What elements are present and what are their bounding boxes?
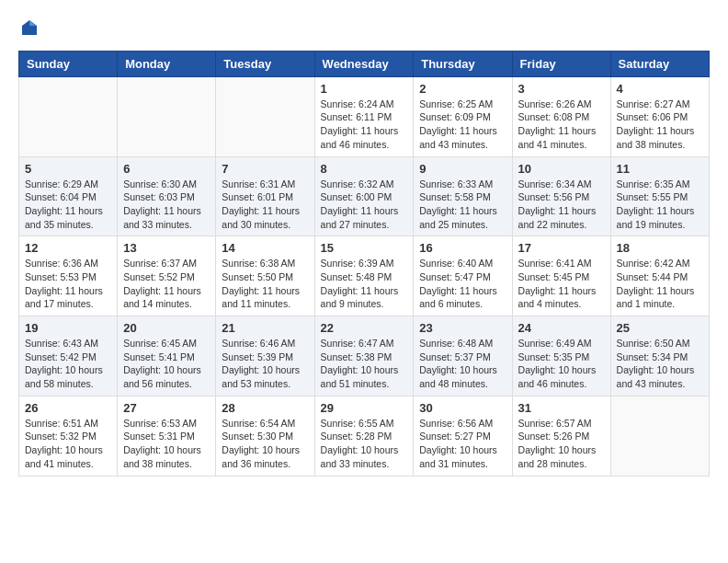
- calendar-cell: 15Sunrise: 6:39 AM Sunset: 5:48 PM Dayli…: [314, 236, 414, 316]
- day-info: Sunrise: 6:32 AM Sunset: 6:00 PM Dayligh…: [321, 178, 408, 232]
- day-info: Sunrise: 6:38 AM Sunset: 5:50 PM Dayligh…: [222, 257, 308, 311]
- calendar-cell: 31Sunrise: 6:57 AM Sunset: 5:26 PM Dayli…: [512, 396, 610, 476]
- day-number: 22: [321, 321, 408, 335]
- day-number: 25: [617, 321, 703, 335]
- calendar-cell: 18Sunrise: 6:42 AM Sunset: 5:44 PM Dayli…: [610, 236, 709, 316]
- day-info: Sunrise: 6:45 AM Sunset: 5:41 PM Dayligh…: [123, 337, 210, 391]
- calendar-cell: 17Sunrise: 6:41 AM Sunset: 5:45 PM Dayli…: [512, 236, 610, 316]
- day-info: Sunrise: 6:57 AM Sunset: 5:26 PM Dayligh…: [518, 417, 605, 471]
- calendar-cell: 7Sunrise: 6:31 AM Sunset: 6:01 PM Daylig…: [216, 156, 314, 236]
- day-info: Sunrise: 6:46 AM Sunset: 5:39 PM Dayligh…: [222, 337, 308, 391]
- day-number: 6: [123, 162, 210, 176]
- day-number: 26: [25, 401, 111, 415]
- day-info: Sunrise: 6:34 AM Sunset: 5:56 PM Dayligh…: [518, 178, 605, 232]
- calendar-cell: 3Sunrise: 6:26 AM Sunset: 6:08 PM Daylig…: [512, 76, 610, 156]
- day-info: Sunrise: 6:50 AM Sunset: 5:34 PM Dayligh…: [617, 337, 703, 391]
- calendar-cell: 14Sunrise: 6:38 AM Sunset: 5:50 PM Dayli…: [216, 236, 314, 316]
- col-header-sunday: Sunday: [19, 51, 118, 76]
- day-number: 4: [617, 82, 703, 96]
- day-info: Sunrise: 6:55 AM Sunset: 5:28 PM Dayligh…: [321, 417, 408, 471]
- day-number: 23: [419, 321, 506, 335]
- day-info: Sunrise: 6:36 AM Sunset: 5:53 PM Dayligh…: [25, 257, 111, 311]
- day-info: Sunrise: 6:54 AM Sunset: 5:30 PM Dayligh…: [222, 417, 308, 471]
- page: SundayMondayTuesdayWednesdayThursdayFrid…: [0, 0, 728, 486]
- day-number: 27: [123, 401, 210, 415]
- day-info: Sunrise: 6:37 AM Sunset: 5:52 PM Dayligh…: [123, 257, 210, 311]
- calendar-cell: 4Sunrise: 6:27 AM Sunset: 6:06 PM Daylig…: [610, 76, 709, 156]
- calendar-cell: 13Sunrise: 6:37 AM Sunset: 5:52 PM Dayli…: [118, 236, 216, 316]
- day-info: Sunrise: 6:56 AM Sunset: 5:27 PM Dayligh…: [419, 417, 506, 471]
- day-info: Sunrise: 6:26 AM Sunset: 6:08 PM Dayligh…: [518, 98, 605, 152]
- day-info: Sunrise: 6:29 AM Sunset: 6:04 PM Dayligh…: [25, 178, 111, 232]
- col-header-friday: Friday: [512, 51, 610, 76]
- day-number: 18: [617, 241, 703, 255]
- day-info: Sunrise: 6:27 AM Sunset: 6:06 PM Dayligh…: [617, 98, 703, 152]
- calendar-week-4: 26Sunrise: 6:51 AM Sunset: 5:32 PM Dayli…: [19, 396, 710, 476]
- col-header-saturday: Saturday: [610, 51, 709, 76]
- header: [18, 18, 710, 41]
- col-header-monday: Monday: [118, 51, 216, 76]
- day-info: Sunrise: 6:35 AM Sunset: 5:55 PM Dayligh…: [617, 178, 703, 232]
- calendar-cell: 10Sunrise: 6:34 AM Sunset: 5:56 PM Dayli…: [512, 156, 610, 236]
- day-number: 19: [25, 321, 111, 335]
- day-info: Sunrise: 6:53 AM Sunset: 5:31 PM Dayligh…: [123, 417, 210, 471]
- day-number: 1: [321, 82, 408, 96]
- day-number: 16: [419, 241, 506, 255]
- calendar-cell: 20Sunrise: 6:45 AM Sunset: 5:41 PM Dayli…: [118, 316, 216, 396]
- day-info: Sunrise: 6:51 AM Sunset: 5:32 PM Dayligh…: [25, 417, 111, 471]
- calendar-week-2: 12Sunrise: 6:36 AM Sunset: 5:53 PM Dayli…: [19, 236, 710, 316]
- day-number: 20: [123, 321, 210, 335]
- calendar-cell: 11Sunrise: 6:35 AM Sunset: 5:55 PM Dayli…: [610, 156, 709, 236]
- day-number: 15: [321, 241, 408, 255]
- calendar-cell: 2Sunrise: 6:25 AM Sunset: 6:09 PM Daylig…: [414, 76, 512, 156]
- calendar-cell: 9Sunrise: 6:33 AM Sunset: 5:58 PM Daylig…: [414, 156, 512, 236]
- day-number: 12: [25, 241, 111, 255]
- calendar-cell: 12Sunrise: 6:36 AM Sunset: 5:53 PM Dayli…: [19, 236, 118, 316]
- day-number: 28: [222, 401, 308, 415]
- day-number: 24: [518, 321, 605, 335]
- day-info: Sunrise: 6:49 AM Sunset: 5:35 PM Dayligh…: [518, 337, 605, 391]
- day-number: 7: [222, 162, 308, 176]
- day-info: Sunrise: 6:30 AM Sunset: 6:03 PM Dayligh…: [123, 178, 210, 232]
- calendar-cell: 16Sunrise: 6:40 AM Sunset: 5:47 PM Dayli…: [414, 236, 512, 316]
- calendar-cell: [610, 396, 709, 476]
- logo: [18, 18, 39, 41]
- day-number: 21: [222, 321, 308, 335]
- day-info: Sunrise: 6:47 AM Sunset: 5:38 PM Dayligh…: [321, 337, 408, 391]
- calendar-cell: 28Sunrise: 6:54 AM Sunset: 5:30 PM Dayli…: [216, 396, 314, 476]
- day-number: 31: [518, 401, 605, 415]
- calendar-cell: 21Sunrise: 6:46 AM Sunset: 5:39 PM Dayli…: [216, 316, 314, 396]
- calendar-cell: 6Sunrise: 6:30 AM Sunset: 6:03 PM Daylig…: [118, 156, 216, 236]
- calendar-cell: 26Sunrise: 6:51 AM Sunset: 5:32 PM Dayli…: [19, 396, 118, 476]
- day-number: 11: [617, 162, 703, 176]
- col-header-tuesday: Tuesday: [216, 51, 314, 76]
- day-number: 17: [518, 241, 605, 255]
- calendar-cell: 30Sunrise: 6:56 AM Sunset: 5:27 PM Dayli…: [414, 396, 512, 476]
- calendar-cell: 8Sunrise: 6:32 AM Sunset: 6:00 PM Daylig…: [314, 156, 414, 236]
- calendar-cell: [118, 76, 216, 156]
- day-number: 8: [321, 162, 408, 176]
- day-info: Sunrise: 6:33 AM Sunset: 5:58 PM Dayligh…: [419, 178, 506, 232]
- svg-marker-1: [29, 20, 37, 26]
- logo-icon: [20, 18, 39, 37]
- calendar-week-0: 1Sunrise: 6:24 AM Sunset: 6:11 PM Daylig…: [19, 76, 710, 156]
- calendar-cell: 24Sunrise: 6:49 AM Sunset: 5:35 PM Dayli…: [512, 316, 610, 396]
- calendar-cell: 1Sunrise: 6:24 AM Sunset: 6:11 PM Daylig…: [314, 76, 414, 156]
- day-info: Sunrise: 6:41 AM Sunset: 5:45 PM Dayligh…: [518, 257, 605, 311]
- day-number: 30: [419, 401, 506, 415]
- calendar-cell: 29Sunrise: 6:55 AM Sunset: 5:28 PM Dayli…: [314, 396, 414, 476]
- day-info: Sunrise: 6:31 AM Sunset: 6:01 PM Dayligh…: [222, 178, 308, 232]
- calendar-header-row: SundayMondayTuesdayWednesdayThursdayFrid…: [19, 51, 710, 76]
- day-info: Sunrise: 6:48 AM Sunset: 5:37 PM Dayligh…: [419, 337, 506, 391]
- day-number: 2: [419, 82, 506, 96]
- day-info: Sunrise: 6:39 AM Sunset: 5:48 PM Dayligh…: [321, 257, 408, 311]
- col-header-thursday: Thursday: [414, 51, 512, 76]
- day-number: 13: [123, 241, 210, 255]
- calendar-cell: 23Sunrise: 6:48 AM Sunset: 5:37 PM Dayli…: [414, 316, 512, 396]
- calendar-week-3: 19Sunrise: 6:43 AM Sunset: 5:42 PM Dayli…: [19, 316, 710, 396]
- calendar-cell: 5Sunrise: 6:29 AM Sunset: 6:04 PM Daylig…: [19, 156, 118, 236]
- col-header-wednesday: Wednesday: [314, 51, 414, 76]
- calendar-cell: 27Sunrise: 6:53 AM Sunset: 5:31 PM Dayli…: [118, 396, 216, 476]
- calendar-cell: 22Sunrise: 6:47 AM Sunset: 5:38 PM Dayli…: [314, 316, 414, 396]
- calendar-cell: 19Sunrise: 6:43 AM Sunset: 5:42 PM Dayli…: [19, 316, 118, 396]
